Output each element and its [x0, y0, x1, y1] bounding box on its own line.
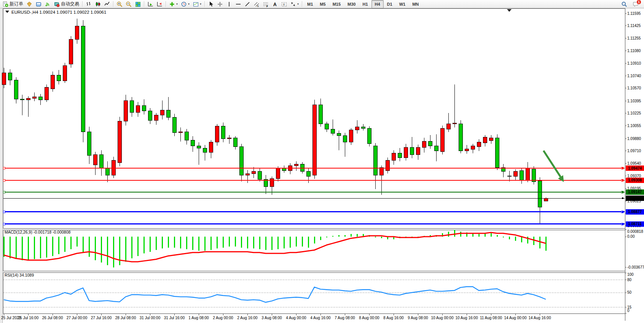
- line-handle-left[interactable]: [3, 179, 5, 181]
- bull-candle: [179, 132, 182, 133]
- chart-shift-button[interactable]: [155, 0, 164, 8]
- macd-bar: [326, 237, 327, 237]
- auto-scroll-button[interactable]: [146, 0, 155, 8]
- time-tick-label: 31 Jul 00:00: [140, 316, 161, 320]
- market-watch-button[interactable]: [25, 0, 34, 8]
- price-tick-label: 1.09540: [627, 161, 641, 165]
- timeframe-h1[interactable]: H1: [359, 0, 371, 8]
- macd-bar: [539, 237, 540, 248]
- bear-candle: [282, 169, 286, 171]
- bull-candle: [136, 106, 140, 112]
- autotrading-button[interactable]: 自动交易: [52, 0, 81, 8]
- cursor-tool[interactable]: [206, 0, 215, 8]
- time-axis[interactable]: 25 Jul 202325 Jul 16:0026 Jul 08:0027 Ju…: [1, 314, 625, 323]
- chevron-down-icon: ▾: [176, 2, 178, 6]
- bull-candle: [63, 65, 67, 81]
- periods-button[interactable]: ▾: [179, 0, 191, 8]
- line-handle-left[interactable]: [3, 223, 5, 225]
- arrows-tool[interactable]: ▾: [289, 0, 300, 8]
- bear-candle: [410, 147, 414, 154]
- bull-candle: [26, 99, 30, 100]
- bull-candle: [471, 146, 475, 150]
- line-chart-button[interactable]: [102, 0, 112, 8]
- rsi-label: RSI(14) 34.1089: [5, 273, 34, 277]
- bull-candle: [51, 75, 54, 89]
- toolbar-separator: [113, 1, 113, 7]
- timeframe-d1[interactable]: D1: [384, 0, 396, 8]
- bear-candle: [319, 105, 322, 124]
- line-handle-left[interactable]: [3, 211, 5, 213]
- text-label-tool[interactable]: T: [279, 0, 289, 8]
- indicators-button[interactable]: ▾: [167, 0, 179, 8]
- templates-button[interactable]: ▾: [191, 0, 203, 8]
- zoom-in-button[interactable]: [115, 0, 124, 8]
- chevron-down-icon: ▾: [188, 2, 190, 6]
- horizontal-line-tool[interactable]: [234, 0, 243, 8]
- time-tick-label: 2 Aug 00:00: [213, 316, 233, 320]
- tile-windows-button[interactable]: [133, 0, 142, 8]
- price-tick-label: 1.09370: [627, 174, 641, 178]
- bull-candle: [453, 123, 456, 124]
- data-window-button[interactable]: [34, 0, 43, 8]
- toolbar-separator: [166, 1, 166, 7]
- timeframe-m1[interactable]: M1: [304, 0, 316, 8]
- macd-bar: [302, 237, 303, 247]
- crosshair-tool[interactable]: [215, 0, 225, 8]
- line-handle-left[interactable]: [3, 191, 5, 193]
- macd-bar: [46, 237, 47, 258]
- price-tick-label: 1.10570: [627, 86, 641, 90]
- pane-splitter-macd[interactable]: [3, 228, 625, 230]
- timeframe-mn[interactable]: MN: [409, 0, 422, 8]
- time-tick-label: 14 Aug 00:00: [504, 316, 527, 320]
- timeframe-h4[interactable]: H4: [371, 0, 384, 8]
- bear-candle: [203, 148, 207, 153]
- bull-candle: [489, 138, 493, 141]
- chart-bars-icon: [86, 1, 92, 7]
- macd-bar: [77, 237, 78, 247]
- new-order-button[interactable]: 新订单: [1, 0, 25, 8]
- bear-candle: [538, 181, 542, 207]
- bear-candle: [14, 80, 18, 99]
- macd-bar: [241, 237, 242, 248]
- market-watch-icon: [26, 1, 32, 7]
- template-icon: [193, 1, 199, 7]
- bear-candle: [148, 111, 152, 120]
- price-badge-label: 1.09061: [628, 196, 642, 200]
- vertical-line-tool[interactable]: [225, 0, 234, 8]
- timeframe-w1[interactable]: W1: [396, 0, 409, 8]
- bear-candle: [20, 99, 24, 100]
- bar-chart-button[interactable]: [84, 0, 93, 8]
- timeframe-w1-label: W1: [397, 2, 408, 7]
- price-tick-label: 1.11425: [627, 24, 641, 28]
- timeframe-h4-label: H4: [373, 2, 382, 7]
- line-handle-left[interactable]: [3, 167, 5, 169]
- notifications-button[interactable]: 1: [631, 0, 640, 8]
- timeframe-m30[interactable]: M30: [344, 0, 359, 8]
- text-tool[interactable]: A: [270, 0, 279, 8]
- bull-candle: [422, 142, 426, 147]
- price-tick-label: 1.10225: [627, 111, 641, 115]
- macd-bar: [290, 237, 291, 248]
- bear-candle: [57, 75, 61, 81]
- bull-candle: [209, 142, 213, 153]
- crosshair-icon: [217, 1, 223, 7]
- chart-line-icon: [104, 1, 110, 7]
- signals-button[interactable]: [43, 0, 52, 8]
- macd-bar: [229, 237, 230, 247]
- zoom-out-button[interactable]: [124, 0, 133, 8]
- bear-candle: [191, 140, 194, 146]
- data-window-icon: [35, 1, 41, 7]
- fibonacci-tool[interactable]: F: [261, 0, 270, 8]
- timeframe-m15[interactable]: M15: [329, 0, 344, 8]
- search-button[interactable]: [620, 0, 629, 8]
- toolbar-separator: [204, 1, 205, 7]
- macd-bar: [217, 237, 218, 248]
- bear-candle: [331, 129, 335, 134]
- bear-candle: [38, 97, 42, 100]
- chevron-down-icon: ▾: [297, 2, 299, 6]
- pane-splitter-rsi[interactable]: [3, 271, 625, 272]
- candlestick-chart-button[interactable]: [93, 0, 102, 8]
- trendline-tool[interactable]: [243, 0, 252, 8]
- equidistant-channel-tool[interactable]: E: [252, 0, 261, 8]
- timeframe-m5[interactable]: M5: [316, 0, 329, 8]
